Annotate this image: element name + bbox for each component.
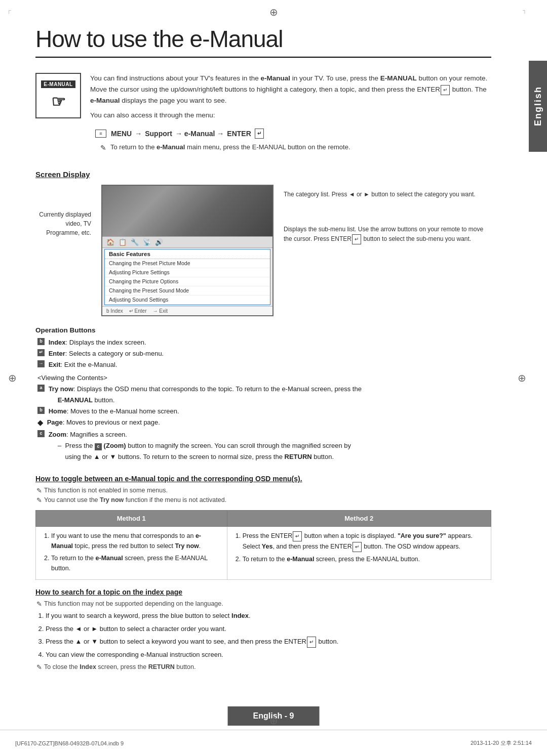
op-icon-zoom-inline: c [95,443,102,450]
menu-enter: ENTER [227,128,251,139]
note-icon-3: ✎ [36,496,42,504]
op-zoom-sub: – Press the c (Zoom) button to magnify t… [35,440,491,463]
tv-icons-bar: 🏠 📋 🔧 📡 🔊 [102,236,272,248]
op-icon-enter: ↵ [37,349,45,356]
screen-right-text-1: The category list. Press ◄ or ► button t… [284,190,476,199]
tv-menu-item-2: Adjusting Picture Settings [105,268,270,277]
methods-table: Method 1 Method 2 If you want to use the… [35,510,491,580]
op-home-text: Home: Moves to the e-Manual home screen. [47,406,179,417]
corner-mark-tr: ┐ [523,7,527,13]
toggle-note-1: ✎ This function is not enabled in some m… [35,487,491,494]
op-line-enter: ↵ Enter: Selects a category or sub-menu. [35,348,491,359]
method1-step-1: If you want to use the menu that corresp… [51,531,220,551]
search-list: If you want to search a keyword, press t… [35,610,491,660]
emanual-icon-box: E-MANUAL ☞ [35,73,81,118]
note-icon-5: ✎ [36,663,42,671]
note-icon-4: ✎ [36,600,42,608]
corner-mark-tl: ┌ [7,7,11,13]
screen-display-area: Currently displayedvideo, TVProgramme, e… [35,185,491,316]
screen-right-labels: The category list. Press ◄ or ► button t… [284,190,491,251]
screen-right-label-1: The category list. Press ◄ or ► button t… [284,190,491,199]
op-viewing-text: <Viewing the Contents> [37,372,107,384]
op-icon-page: ◆ [37,417,43,429]
search-heading: How to search for a topic on the index p… [35,588,491,596]
enter-icon-5: ↵ [353,542,362,552]
menu-icon: ≡ [95,130,106,138]
intro-note-text: To return to the e-Manual main menu, pre… [110,142,350,153]
op-line-home: b Home: Moves to the e-Manual home scree… [35,406,491,417]
page-title: How to use the e-Manual [35,25,491,58]
method2-content: Press the ENTER↵ button when a topic is … [227,527,491,580]
toggle-heading: How to toggle between an e-Manual topic … [35,475,491,483]
op-icon-a: a [37,385,45,392]
op-enter-text: Enter: Selects a category or sub-menu. [47,348,164,359]
intro-section: E-MANUAL ☞ You can find instructions abo… [35,73,491,159]
search-step-2: Press the ◄ or ► button to select a char… [46,623,491,635]
emanual-icon-label: E-MANUAL [41,80,75,88]
tv-menu-header: Basic Features [105,249,270,259]
tv-bottom-bar: b Index ↵ Enter → Exit [102,306,272,315]
search-step-3: Press the ▲ or ▼ button to select a keyw… [46,636,491,648]
screen-right-label-2: Displays the sub-menu list. Use the arro… [284,225,491,244]
tv-icon-3: 🔧 [131,238,139,246]
bottom-left-text: [UF6170-ZGZT]BN68-04932B-07L04.indb 9 [15,740,124,746]
search-step-4: You can view the corresponding e-Manual … [46,649,491,660]
tv-menu-item-5: Adjusting Sound Settings [105,296,270,305]
main-content: How to use the e-Manual E-MANUAL ☞ You c… [0,0,527,709]
tv-menu-item-4: Changing the Preset Sound Mode [105,286,270,296]
toggle-note-2: ✎ You cannot use the Try now function if… [35,496,491,504]
enter-icon-1: ↵ [441,85,450,95]
method1-step-2: To return to the e-Manual screen, press … [51,553,220,573]
op-heading: Operation Buttons [35,326,491,334]
intro-para1: You can find instructions about your TV'… [90,73,491,106]
emanual-hand-icon: ☞ [51,92,66,111]
toggle-note-1-text: This function is not enabled in some men… [44,487,168,494]
toggle-note-2-text: You cannot use the Try now function if t… [44,496,226,503]
crosshair-bottom: ⊕ [268,716,279,726]
side-tab: English [529,61,547,152]
search-note-1: ✎ This function may not be supported dep… [35,600,491,608]
tv-bottom-index: b Index [106,308,123,314]
op-icon-exit: → [37,360,45,367]
op-viewing-contents: <Viewing the Contents> [35,372,491,384]
search-note-text: This function may not be supported depen… [44,600,223,607]
tv-icon-1: 🏠 [106,238,114,246]
op-line-index: b Index: Displays the index screen. [35,337,491,348]
search-note-2: ✎ To close the Index screen, press the R… [35,663,491,671]
op-icon-b: b [37,338,45,345]
op-try-text: Try now: Displays the OSD menu that corr… [47,384,362,406]
enter-icon-2: ↵ [255,129,264,139]
tv-icon-5: 🔊 [155,238,163,246]
enter-icon-6: ↵ [307,637,316,648]
op-zoom-text: Zoom: Magnifies a screen. [47,429,127,440]
op-icon-zoom: c [37,430,45,437]
op-line-zoom: c Zoom: Magnifies a screen. [35,429,491,440]
op-line-exit: → Exit: Exit the e-Manual. [35,359,491,370]
crosshair-left: ⊕ [7,373,17,383]
screen-display-heading: Screen Display [35,170,491,179]
tv-menu-area: Basic Features Changing the Preset Pictu… [104,249,270,305]
intro-note: ✎ To return to the e-Manual main menu, p… [90,142,491,153]
op-line-page: ◆ Page: Moves to previous or next page. [35,417,491,429]
bottom-bar: [UF6170-ZGZT]BN68-04932B-07L04.indb 9 20… [0,730,547,756]
menu-path-arrow1: → [135,128,142,139]
tv-bottom-enter: ↵ Enter [129,308,147,314]
op-page-text: Page: Moves to previous or next page. [45,417,160,428]
intro-para2: You can also access it through the menu: [90,110,491,121]
toggle-section: How to toggle between an e-Manual topic … [35,475,491,580]
screen-left-label: Currently displayedvideo, TVProgramme, e… [35,210,91,237]
intro-text: You can find instructions about your TV'… [90,73,491,159]
op-line-try: a Try now: Displays the OSD menu that co… [35,384,491,406]
search-section: How to search for a topic on the index p… [35,588,491,671]
menu-support: Support [145,128,172,139]
tv-icon-4: 📡 [143,238,151,246]
screen-right-text-2: Displays the sub-menu list. Use the arro… [284,225,491,244]
method2-step-1: Press the ENTER↵ button when a topic is … [243,531,484,552]
side-tab-label: English [533,86,543,126]
tv-icon-2: 📋 [119,238,127,246]
note-icon-1: ✎ [100,142,106,153]
tv-screen-image [102,186,272,236]
search-step-1: If you want to search a keyword, press t… [46,610,491,621]
menu-path-arrow2: → e-Manual → [175,128,224,139]
tv-screen-mockup: 🏠 📋 🔧 📡 🔊 Basic Features Changing the Pr… [101,185,274,316]
